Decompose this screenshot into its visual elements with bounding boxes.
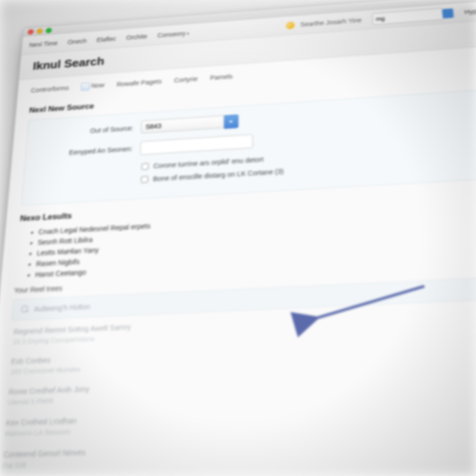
toolbar-item[interactable]: Nexi Time	[29, 40, 58, 48]
subtab-item[interactable]: Controrforms	[31, 85, 69, 94]
history-item[interactable]: Conteend Genurl Ninves Dai 106	[2, 434, 476, 470]
toolbar-item[interactable]: Elaflec	[97, 35, 116, 43]
minimize-icon[interactable]	[37, 28, 43, 34]
toolbar-item-dropdown[interactable]: Conseory▾	[157, 30, 189, 39]
option-checkbox-1[interactable]	[141, 163, 148, 170]
subtab-item[interactable]: Rowafe Pagets	[117, 78, 162, 88]
page-icon	[81, 83, 90, 91]
source-select[interactable]: S843	[141, 116, 224, 134]
subtab-item-new[interactable]: Now	[81, 81, 105, 91]
option-label-1: Corone turrine ars orplid' enu detort	[153, 156, 264, 170]
history-list: Regnend Remnt Sottog Awelt Samry 18 3 Dr…	[0, 296, 476, 476]
zoom-icon[interactable]	[46, 27, 52, 33]
search-input[interactable]	[372, 8, 444, 25]
subtab-item[interactable]: Cortyrie	[174, 75, 198, 84]
history-item[interactable]: Kex Crothed Lrodhan Mahrorm LA Sesuom	[5, 400, 476, 438]
subtab-item[interactable]: Pamels	[210, 73, 233, 81]
smiley-icon	[286, 21, 295, 30]
search-icon	[20, 305, 29, 314]
option-checkbox-2[interactable]	[141, 176, 148, 183]
toolbar-item[interactable]: Onech	[67, 38, 87, 46]
toolbar-item[interactable]: Orchite	[126, 33, 147, 41]
close-icon[interactable]	[27, 29, 34, 34]
second-input[interactable]	[140, 134, 253, 155]
search-go-button[interactable]	[442, 8, 454, 19]
source-label: Out of Source:	[38, 125, 133, 138]
history-search-placeholder: Aulteeng'h Holton	[34, 303, 91, 313]
second-label: Eenyped An Seonen:	[36, 145, 133, 159]
toolbar-user-menu[interactable]: Hypin 1▾	[464, 7, 476, 15]
search-label: Searthe Josarh Yine	[300, 17, 362, 28]
option-label-2: Bone of enscille distarg on LK Cortane (…	[153, 168, 284, 183]
select-dropdown-button[interactable]	[224, 115, 238, 129]
